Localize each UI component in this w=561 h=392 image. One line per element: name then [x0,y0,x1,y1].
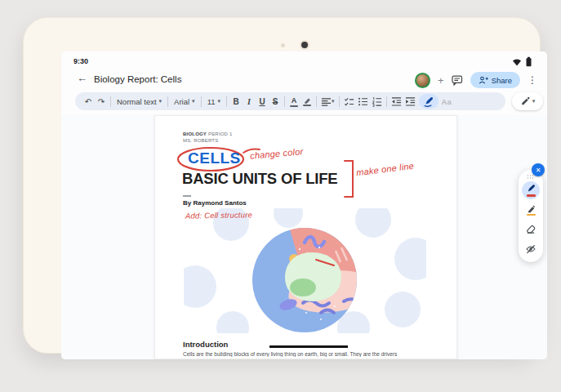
status-bar: 9:30 [61,51,547,69]
checklist-button[interactable] [344,94,354,109]
highlighter-color-indicator [527,214,536,216]
text-color-letter: A [292,96,297,105]
battery-icon [525,56,532,67]
highlighter-icon [526,204,536,213]
headline-word: CELLS [188,149,241,167]
font-dropdown[interactable]: Arial ▾ [172,97,197,106]
cell-illustration [184,208,426,333]
toolbar-divider [226,96,227,107]
share-button[interactable]: Share [470,72,520,88]
undo-button[interactable]: ↶ [83,94,93,109]
font-size-dropdown[interactable]: 11 ▾ [206,97,222,106]
chevron-down-icon: ▾ [332,98,335,105]
chevron-down-icon: ▾ [218,98,221,105]
chevron-down-icon: ▾ [532,98,536,105]
redo-button[interactable]: ↷ [96,94,106,109]
text-style-button[interactable]: Aa [442,94,452,109]
eye-off-icon [525,243,537,255]
checklist-icon [344,96,354,107]
toolbar-divider [339,96,340,107]
indent-button[interactable] [405,94,416,109]
course-line: BIOLOGY PERIOD 1 [183,131,233,136]
tablet-device-frame: 9:30 ← Biology Report: Cells + [23,17,541,354]
highlighter-icon [303,96,311,104]
chevron-down-icon: ▾ [159,98,163,105]
highlighter-tool-button[interactable] [522,201,540,219]
toolbar-divider [167,96,168,107]
indent-icon [405,96,416,107]
tablet-screen: 9:30 ← Biology Report: Cells + [61,51,547,359]
text-color-button[interactable]: A [289,94,299,109]
course-subject: BIOLOGY [183,131,207,136]
outdent-icon [391,96,402,107]
text-color-bar [290,105,298,107]
comment-icon[interactable] [452,75,463,86]
ink-annotate-button[interactable] [419,94,439,109]
bulleted-list-icon [358,96,368,107]
highlight-color-bar [303,105,311,106]
close-ink-panel-button[interactable]: ✕ [532,163,545,176]
teacher-line: MS. ROBERTS [183,138,218,143]
toolbar-divider [284,96,285,107]
eraser-tool-button[interactable] [522,220,540,238]
outdent-button[interactable] [391,94,402,109]
toolbar-divider [201,96,202,107]
back-arrow-icon[interactable]: ← [77,72,87,84]
strikethrough-button[interactable]: S [270,94,280,109]
heading-rule [269,345,348,348]
toolbar-divider [386,96,387,107]
wifi-icon [512,57,522,67]
share-label: Share [492,76,512,85]
course-period: PERIOD 1 [208,131,233,136]
byline: By Raymond Santos [183,199,247,207]
pen-icon [526,184,536,194]
align-left-icon [321,96,332,107]
edit-mode-button[interactable]: ▾ [512,92,543,110]
desktop-background: 9:30 ← Biology Report: Cells + [0,0,561,392]
italic-button[interactable]: I [244,94,254,109]
body-paragraph: Cells are the building blocks of every l… [183,351,436,357]
ink-note-add-structure: Add: Cell structure [185,210,252,220]
clock: 9:30 [73,57,88,65]
pencil-icon [520,96,530,106]
document-title: Biology Report: Cells [94,74,181,84]
font-size-value: 11 [207,97,216,106]
app-header: ← Biology Report: Cells + [61,69,547,91]
hide-ink-tool-button[interactable] [522,240,540,258]
highlight-color-button[interactable] [302,94,312,109]
pen-tool-button[interactable] [522,181,540,199]
avatar[interactable] [415,73,430,88]
light-sensor-dot [281,43,285,47]
underline-button[interactable]: U [257,94,267,109]
section-heading: Introduction [183,340,228,349]
chevron-down-icon: ▾ [192,98,195,105]
ink-note-make-one-line: make one line [356,161,415,178]
bold-button[interactable]: B [231,94,241,109]
add-icon[interactable]: + [438,75,444,86]
numbered-list-button[interactable] [372,94,382,109]
toolbar-divider [110,96,111,107]
align-button[interactable]: ▾ [321,94,335,109]
eraser-icon [525,224,537,235]
numbered-list-icon [372,96,382,107]
front-camera-dot [301,42,308,48]
divider-dash [183,195,191,197]
document-page[interactable]: BIOLOGY PERIOD 1 MS. ROBERTS CELLS chang… [154,115,457,359]
drag-handle[interactable] [528,175,535,180]
ink-tool-panel [519,170,543,262]
formatting-toolbar: ↶ ↷ Normal text ▾ Arial ▾ 11 ▾ B [75,92,505,110]
ink-pen-icon [423,96,434,107]
toolbar-divider [316,96,317,107]
pen-color-indicator [527,194,536,197]
paragraph-style-value: Normal text [117,97,157,106]
bulleted-list-button[interactable] [358,94,368,109]
ink-bracket-annotation [341,159,356,198]
overflow-menu-icon[interactable]: ⋮ [528,74,537,86]
headline-main: BASIC UNITS OF LIFE [182,170,337,188]
document-canvas: BIOLOGY PERIOD 1 MS. ROBERTS CELLS chang… [61,115,547,359]
font-value: Arial [174,97,189,106]
person-add-icon [479,75,488,85]
paragraph-style-dropdown[interactable]: Normal text ▾ [115,97,163,106]
